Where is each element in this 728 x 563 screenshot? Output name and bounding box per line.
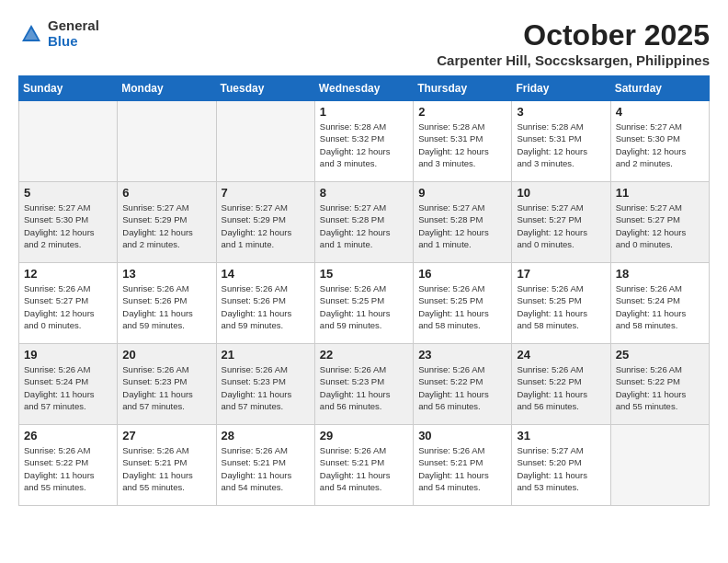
day-info: Sunrise: 5:26 AM Sunset: 5:23 PM Dayligh… [222,363,310,412]
day-info: Sunrise: 5:26 AM Sunset: 5:21 PM Dayligh… [222,444,310,493]
calendar-cell: 3Sunrise: 5:28 AM Sunset: 5:31 PM Daylig… [512,101,610,182]
calendar-cell: 10Sunrise: 5:27 AM Sunset: 5:27 PM Dayli… [512,182,610,263]
day-number: 24 [517,348,605,362]
day-number: 28 [222,429,310,442]
day-info: Sunrise: 5:26 AM Sunset: 5:21 PM Dayligh… [418,444,506,493]
calendar-cell: 27Sunrise: 5:26 AM Sunset: 5:21 PM Dayli… [118,425,216,506]
calendar-cell [216,101,314,182]
day-number: 2 [418,105,506,119]
day-info: Sunrise: 5:27 AM Sunset: 5:27 PM Dayligh… [616,201,704,250]
logo: General Blue [18,18,99,49]
page-header: General Blue October 2025 Carpenter Hill… [18,18,710,68]
weekday-header: Monday [118,76,216,101]
weekday-header: Tuesday [216,76,314,101]
day-number: 13 [122,267,210,281]
calendar-week-row: 19Sunrise: 5:26 AM Sunset: 5:24 PM Dayli… [19,344,710,425]
day-info: Sunrise: 5:26 AM Sunset: 5:24 PM Dayligh… [616,282,704,331]
calendar-week-row: 5Sunrise: 5:27 AM Sunset: 5:30 PM Daylig… [19,182,710,263]
day-info: Sunrise: 5:27 AM Sunset: 5:29 PM Dayligh… [122,201,210,250]
day-info: Sunrise: 5:28 AM Sunset: 5:31 PM Dayligh… [517,121,605,169]
day-info: Sunrise: 5:26 AM Sunset: 5:26 PM Dayligh… [122,282,210,331]
calendar-cell: 8Sunrise: 5:27 AM Sunset: 5:28 PM Daylig… [314,182,413,263]
day-number: 12 [24,267,112,281]
month-title: October 2025 [437,18,710,52]
day-number: 26 [24,429,112,442]
calendar-cell: 14Sunrise: 5:26 AM Sunset: 5:26 PM Dayli… [216,263,314,344]
calendar-cell [19,101,118,182]
calendar-week-row: 1Sunrise: 5:28 AM Sunset: 5:32 PM Daylig… [19,101,710,182]
calendar-cell: 5Sunrise: 5:27 AM Sunset: 5:30 PM Daylig… [19,182,118,263]
day-info: Sunrise: 5:26 AM Sunset: 5:22 PM Dayligh… [616,363,704,412]
day-info: Sunrise: 5:26 AM Sunset: 5:22 PM Dayligh… [517,363,605,412]
day-number: 22 [320,348,408,362]
calendar-header-row: SundayMondayTuesdayWednesdayThursdayFrid… [19,76,710,101]
day-number: 3 [517,105,605,119]
day-info: Sunrise: 5:27 AM Sunset: 5:30 PM Dayligh… [616,121,704,169]
day-info: Sunrise: 5:26 AM Sunset: 5:22 PM Dayligh… [418,363,506,412]
calendar-cell: 21Sunrise: 5:26 AM Sunset: 5:23 PM Dayli… [216,344,314,425]
day-info: Sunrise: 5:27 AM Sunset: 5:27 PM Dayligh… [517,201,605,250]
calendar-cell [610,425,709,506]
day-number: 30 [418,429,506,442]
calendar-cell: 31Sunrise: 5:27 AM Sunset: 5:20 PM Dayli… [512,425,610,506]
day-info: Sunrise: 5:27 AM Sunset: 5:30 PM Dayligh… [24,201,112,250]
calendar-cell: 26Sunrise: 5:26 AM Sunset: 5:22 PM Dayli… [19,425,118,506]
logo-icon [18,21,44,47]
calendar-cell: 6Sunrise: 5:27 AM Sunset: 5:29 PM Daylig… [118,182,216,263]
day-number: 5 [24,186,112,200]
day-number: 25 [616,348,704,362]
calendar-cell: 19Sunrise: 5:26 AM Sunset: 5:24 PM Dayli… [19,344,118,425]
day-number: 4 [616,105,704,119]
day-number: 15 [320,267,408,281]
location-title: Carpenter Hill, Soccsksargen, Philippine… [437,52,710,68]
calendar-cell: 9Sunrise: 5:27 AM Sunset: 5:28 PM Daylig… [414,182,512,263]
logo-general-label: General [48,18,99,34]
day-info: Sunrise: 5:26 AM Sunset: 5:25 PM Dayligh… [418,282,506,331]
calendar-cell: 11Sunrise: 5:27 AM Sunset: 5:27 PM Dayli… [610,182,709,263]
calendar-cell: 20Sunrise: 5:26 AM Sunset: 5:23 PM Dayli… [118,344,216,425]
day-number: 19 [24,348,112,362]
calendar-cell: 4Sunrise: 5:27 AM Sunset: 5:30 PM Daylig… [610,101,709,182]
calendar-cell: 25Sunrise: 5:26 AM Sunset: 5:22 PM Dayli… [610,344,709,425]
day-info: Sunrise: 5:27 AM Sunset: 5:28 PM Dayligh… [320,201,408,250]
day-number: 14 [222,267,310,281]
day-number: 31 [517,429,605,442]
weekday-header: Thursday [414,76,512,101]
calendar-cell: 13Sunrise: 5:26 AM Sunset: 5:26 PM Dayli… [118,263,216,344]
calendar-week-row: 26Sunrise: 5:26 AM Sunset: 5:22 PM Dayli… [19,425,710,506]
day-info: Sunrise: 5:28 AM Sunset: 5:32 PM Dayligh… [320,121,408,169]
calendar-cell: 23Sunrise: 5:26 AM Sunset: 5:22 PM Dayli… [414,344,512,425]
day-info: Sunrise: 5:27 AM Sunset: 5:20 PM Dayligh… [517,444,605,493]
day-number: 16 [418,267,506,281]
day-number: 1 [320,105,408,119]
day-number: 9 [418,186,506,200]
calendar-cell: 24Sunrise: 5:26 AM Sunset: 5:22 PM Dayli… [512,344,610,425]
day-number: 7 [222,186,310,200]
day-info: Sunrise: 5:26 AM Sunset: 5:21 PM Dayligh… [320,444,408,493]
day-number: 11 [616,186,704,200]
calendar-cell: 22Sunrise: 5:26 AM Sunset: 5:23 PM Dayli… [314,344,413,425]
calendar-cell: 29Sunrise: 5:26 AM Sunset: 5:21 PM Dayli… [314,425,413,506]
calendar-table: SundayMondayTuesdayWednesdayThursdayFrid… [18,75,710,506]
calendar-cell: 1Sunrise: 5:28 AM Sunset: 5:32 PM Daylig… [314,101,413,182]
day-info: Sunrise: 5:26 AM Sunset: 5:21 PM Dayligh… [122,444,210,493]
weekday-header: Wednesday [314,76,413,101]
day-info: Sunrise: 5:26 AM Sunset: 5:23 PM Dayligh… [122,363,210,412]
day-number: 23 [418,348,506,362]
title-block: October 2025 Carpenter Hill, Soccsksarge… [437,18,710,68]
calendar-cell: 17Sunrise: 5:26 AM Sunset: 5:25 PM Dayli… [512,263,610,344]
day-info: Sunrise: 5:28 AM Sunset: 5:31 PM Dayligh… [418,121,506,169]
logo-blue-label: Blue [48,34,99,50]
calendar-cell: 28Sunrise: 5:26 AM Sunset: 5:21 PM Dayli… [216,425,314,506]
day-info: Sunrise: 5:26 AM Sunset: 5:25 PM Dayligh… [517,282,605,331]
day-number: 17 [517,267,605,281]
calendar-cell [118,101,216,182]
calendar-cell: 30Sunrise: 5:26 AM Sunset: 5:21 PM Dayli… [414,425,512,506]
day-info: Sunrise: 5:26 AM Sunset: 5:24 PM Dayligh… [24,363,112,412]
day-number: 8 [320,186,408,200]
day-number: 20 [122,348,210,362]
weekday-header: Sunday [19,76,118,101]
day-number: 21 [222,348,310,362]
day-number: 27 [122,429,210,442]
day-info: Sunrise: 5:26 AM Sunset: 5:23 PM Dayligh… [320,363,408,412]
